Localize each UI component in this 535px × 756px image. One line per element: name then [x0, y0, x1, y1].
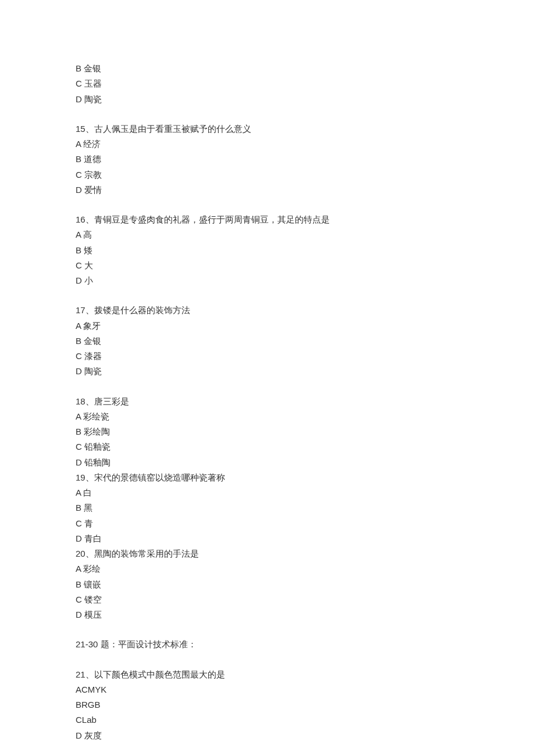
- question-21: 21、以下颜色模式中颜色范围最大的是 ACMYK BRGB CLab D 灰度: [76, 667, 459, 743]
- question-18: 18、唐三彩是 A 彩绘瓷 B 彩绘陶 C 铅釉瓷 D 铅釉陶: [76, 394, 459, 470]
- question-stem: 20、黑陶的装饰常采用的手法是: [76, 546, 459, 561]
- question-stem: 17、拨镂是什么器的装饰方法: [76, 303, 459, 318]
- question-16: 16、青铜豆是专盛肉食的礼器，盛行于两周青铜豆，其足的特点是 A 高 B 矮 C…: [76, 212, 459, 288]
- question-15: 15、古人佩玉是由于看重玉被赋予的什么意义 A 经济 B 道德 C 宗教 D 爱…: [76, 121, 459, 198]
- question-option: D 陶瓷: [76, 92, 459, 107]
- section-2-header: 21-30 题：平面设计技术标准：: [76, 637, 459, 652]
- question-option: B 道德: [76, 152, 459, 167]
- question-stem: 19、宋代的景德镇窑以烧造哪种瓷著称: [76, 470, 459, 485]
- question-option: D 陶瓷: [76, 364, 459, 379]
- question-option: BRGB: [76, 697, 459, 712]
- question-stem: 18、唐三彩是: [76, 394, 459, 409]
- question-option: A 高: [76, 227, 459, 242]
- question-option: C 玉器: [76, 76, 459, 91]
- question-option: A 经济: [76, 137, 459, 152]
- question-option: C 青: [76, 516, 459, 531]
- question-option: D 爱情: [76, 182, 459, 198]
- question-17: 17、拨镂是什么器的装饰方法 A 象牙 B 金银 C 漆器 D 陶瓷: [76, 303, 459, 379]
- question-14-partial: B 金银 C 玉器 D 陶瓷: [76, 61, 459, 107]
- question-option: B 镶嵌: [76, 577, 459, 592]
- question-stem: 21、以下颜色模式中颜色范围最大的是: [76, 667, 459, 682]
- question-20: 20、黑陶的装饰常采用的手法是 A 彩绘 B 镶嵌 C 镂空 D 模压: [76, 546, 459, 622]
- question-option: A 白: [76, 485, 459, 500]
- question-option: C 漆器: [76, 349, 459, 364]
- question-option: B 金银: [76, 61, 459, 76]
- question-option: D 小: [76, 273, 459, 288]
- question-option: A 彩绘: [76, 561, 459, 576]
- section-title: 21-30 题：平面设计技术标准：: [76, 637, 459, 652]
- question-option: B 黑: [76, 500, 459, 515]
- question-stem: 16、青铜豆是专盛肉食的礼器，盛行于两周青铜豆，其足的特点是: [76, 212, 459, 227]
- question-option: D 灰度: [76, 728, 459, 743]
- question-option: D 模压: [76, 607, 459, 622]
- question-option: C 铅釉瓷: [76, 439, 459, 454]
- question-option: ACMYK: [76, 682, 459, 697]
- question-option: D 青白: [76, 531, 459, 546]
- question-19: 19、宋代的景德镇窑以烧造哪种瓷著称 A 白 B 黑 C 青 D 青白: [76, 470, 459, 546]
- question-option: A 彩绘瓷: [76, 409, 459, 424]
- question-option: C 大: [76, 258, 459, 273]
- question-stem: 15、古人佩玉是由于看重玉被赋予的什么意义: [76, 121, 459, 137]
- question-option: A 象牙: [76, 318, 459, 334]
- question-option: C 镂空: [76, 592, 459, 607]
- question-option: B 金银: [76, 334, 459, 349]
- question-option: B 矮: [76, 243, 459, 258]
- question-option: D 铅釉陶: [76, 455, 459, 470]
- question-option: B 彩绘陶: [76, 424, 459, 439]
- question-option: C 宗教: [76, 167, 459, 182]
- question-option: CLab: [76, 712, 459, 728]
